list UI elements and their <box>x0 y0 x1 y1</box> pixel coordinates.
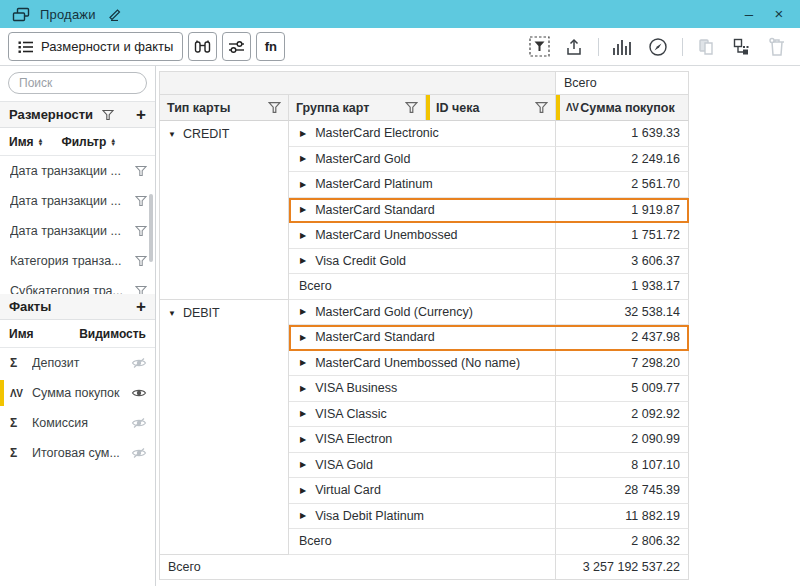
expand-icon[interactable]: ▶ <box>300 384 306 393</box>
fact-item[interactable]: Σ Итоговая сум... <box>0 438 155 468</box>
expand-icon[interactable]: ▶ <box>300 180 306 189</box>
close-button[interactable]: × <box>768 0 790 28</box>
measure-header[interactable]: ΛV Сумма покупок <box>556 95 689 121</box>
eye-icon[interactable] <box>131 387 147 399</box>
expand-icon[interactable]: ▶ <box>300 307 306 316</box>
expand-icon[interactable]: ▶ <box>300 333 306 342</box>
sort-icon[interactable]: ▲▼ <box>110 138 116 146</box>
sidebar-scrollbar[interactable] <box>149 194 153 262</box>
card-group-cell[interactable]: ▶MasterCard Standard <box>289 198 556 224</box>
expand-icon[interactable]: ▶ <box>300 256 306 265</box>
fact-item[interactable]: Σ Комиссия <box>0 408 155 438</box>
value-cell[interactable]: 2 437.98 <box>556 325 689 351</box>
value-cell[interactable]: 1 919.87 <box>556 198 689 224</box>
eye-off-icon[interactable] <box>131 357 147 369</box>
edit-title-icon[interactable] <box>104 3 126 25</box>
card-group-cell[interactable]: ▶MasterCard Standard <box>289 325 556 351</box>
functions-button[interactable]: fn <box>256 32 285 61</box>
fields-panel-button[interactable]: Размерности и факты <box>8 32 183 61</box>
subtotal-label-cell[interactable]: Всего <box>289 274 556 300</box>
value-cell[interactable]: 3 606.37 <box>556 249 689 275</box>
item-filter-icon[interactable] <box>135 165 147 177</box>
value-cell[interactable]: 5 009.77 <box>556 376 689 402</box>
eye-off-icon[interactable] <box>131 447 147 459</box>
subtotal-value-cell[interactable]: 1 938.17 <box>556 274 689 300</box>
value-cell[interactable]: 2 092.92 <box>556 402 689 428</box>
card-group-cell[interactable]: ▶MasterCard Unembossed (No name) <box>289 351 556 377</box>
card-group-cell[interactable]: ▶MasterCard Gold (Currency) <box>289 300 556 326</box>
search-binoculars-button[interactable] <box>188 32 217 61</box>
column-total-cell[interactable]: Всего <box>556 71 689 95</box>
expand-icon[interactable]: ▶ <box>300 435 306 444</box>
sort-icon[interactable]: ▲▼ <box>38 138 44 146</box>
item-filter-icon[interactable] <box>135 255 147 267</box>
card-group-cell[interactable]: ▶VISA Electron <box>289 427 556 453</box>
expand-icon[interactable]: ▶ <box>300 205 306 214</box>
hierarchy-icon[interactable] <box>731 36 753 58</box>
facts-visibility-header[interactable]: Видимость <box>79 327 146 341</box>
dimension-item[interactable]: Дата транзакции ... <box>0 186 155 216</box>
bar-chart-icon[interactable] <box>612 36 634 58</box>
collapse-icon[interactable]: ▼ <box>168 130 176 139</box>
expand-icon[interactable]: ▶ <box>300 409 306 418</box>
card-group-cell[interactable]: ▶MasterCard Electronic <box>289 121 556 147</box>
card-type-cell[interactable]: ▼ DEBIT <box>159 300 289 555</box>
expand-icon[interactable]: ▶ <box>300 486 306 495</box>
value-cell[interactable]: 1 751.72 <box>556 223 689 249</box>
dimension-item[interactable]: Дата транзакции ... <box>0 156 155 186</box>
card-group-cell[interactable]: ▶Visa Credit Gold <box>289 249 556 275</box>
dims-name-header[interactable]: Имя <box>9 135 34 149</box>
column-header-receipt-id[interactable]: ID чека <box>426 95 556 121</box>
card-group-cell[interactable]: ▶Visa Debit Platinum <box>289 504 556 530</box>
fact-item-selected[interactable]: ΛV Сумма покупок <box>0 378 155 408</box>
grand-total-value-cell[interactable]: 3 257 192 537.22 <box>556 555 689 581</box>
card-group-cell[interactable]: ▶VISA Classic <box>289 402 556 428</box>
value-cell[interactable]: 28 745.39 <box>556 478 689 504</box>
facts-name-header[interactable]: Имя <box>9 327 34 341</box>
card-type-cell[interactable]: ▼ CREDIT <box>159 121 289 300</box>
dimension-item[interactable]: Категория транза... <box>0 246 155 276</box>
dimensions-filter-icon[interactable] <box>101 108 114 121</box>
fact-item[interactable]: Σ Депозит <box>0 348 155 378</box>
expand-icon[interactable]: ▶ <box>300 129 306 138</box>
card-group-cell[interactable]: ▶VISA Gold <box>289 453 556 479</box>
value-cell[interactable]: 8 107.10 <box>556 453 689 479</box>
expand-icon[interactable]: ▶ <box>300 460 306 469</box>
column-header-card-type[interactable]: Тип карты <box>159 95 289 121</box>
minimize-button[interactable]: – <box>738 0 760 28</box>
value-cell[interactable]: 11 882.19 <box>556 504 689 530</box>
value-cell[interactable]: 2 561.70 <box>556 172 689 198</box>
subtotal-value-cell[interactable]: 2 806.32 <box>556 529 689 555</box>
card-group-cell[interactable]: ▶MasterCard Platinum <box>289 172 556 198</box>
card-group-cell[interactable]: ▶VISA Business <box>289 376 556 402</box>
column-header-card-group[interactable]: Группа карт <box>289 95 426 121</box>
column-filter-icon[interactable] <box>268 101 281 114</box>
card-group-cell[interactable]: ▶MasterCard Unembossed <box>289 223 556 249</box>
expand-icon[interactable]: ▶ <box>300 358 306 367</box>
card-group-cell[interactable]: ▶Virtual Card <box>289 478 556 504</box>
grand-total-label-cell[interactable]: Всего <box>159 555 556 581</box>
expand-icon[interactable]: ▶ <box>300 511 306 520</box>
item-filter-icon[interactable] <box>135 195 147 207</box>
value-cell[interactable]: 7 298.20 <box>556 351 689 377</box>
add-fact-button[interactable]: + <box>136 298 146 315</box>
card-group-cell[interactable]: ▶MasterCard Gold <box>289 147 556 173</box>
value-cell[interactable]: 2 090.99 <box>556 427 689 453</box>
search-input[interactable] <box>8 72 147 94</box>
expand-icon[interactable]: ▶ <box>300 154 306 163</box>
filter-area-icon[interactable] <box>528 36 550 58</box>
column-filter-icon[interactable] <box>405 101 418 114</box>
value-cell[interactable]: 2 249.16 <box>556 147 689 173</box>
compass-icon[interactable] <box>647 36 669 58</box>
expand-icon[interactable]: ▶ <box>300 231 306 240</box>
eye-off-icon[interactable] <box>131 417 147 429</box>
item-filter-icon[interactable] <box>135 225 147 237</box>
export-icon[interactable] <box>563 36 585 58</box>
value-cell[interactable]: 1 639.33 <box>556 121 689 147</box>
column-filter-icon[interactable] <box>535 101 548 114</box>
dimension-item[interactable]: Дата транзакции ... <box>0 216 155 246</box>
dims-filter-header[interactable]: Фильтр <box>61 135 106 149</box>
add-dimension-button[interactable]: + <box>136 106 146 123</box>
collapse-icon[interactable]: ▼ <box>168 309 176 318</box>
value-cell[interactable]: 32 538.14 <box>556 300 689 326</box>
